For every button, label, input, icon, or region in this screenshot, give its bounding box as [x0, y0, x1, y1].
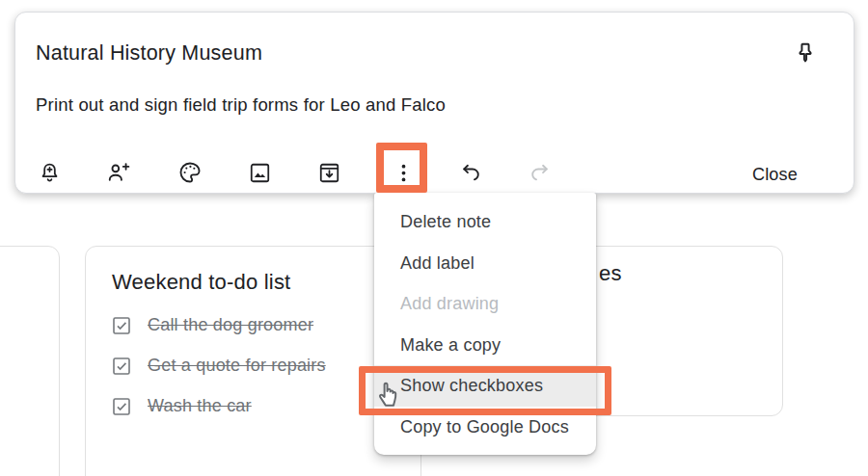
- image-icon: [248, 161, 272, 185]
- bell-plus-icon: [38, 161, 62, 185]
- palette-icon: [177, 160, 203, 185]
- partial-note-card-left[interactable]: [0, 246, 60, 476]
- reminder-button[interactable]: [28, 151, 70, 194]
- checklist-item-label: Wash the car: [148, 396, 252, 416]
- checked-checkbox-icon[interactable]: [112, 397, 131, 416]
- menu-item-add-label[interactable]: Add label: [374, 243, 596, 284]
- checklist-item: Get a quote for repairs: [112, 356, 394, 376]
- card-title: Weekend to-do list: [112, 270, 394, 295]
- checklist-item: Call the dog groomer: [112, 315, 394, 335]
- redo-icon: [528, 161, 552, 185]
- weekend-todo-card[interactable]: Weekend to-do list Call the dog groomer …: [85, 246, 421, 476]
- close-button[interactable]: Close: [737, 157, 813, 193]
- menu-item-show-checkboxes[interactable]: Show checkboxes: [374, 365, 596, 407]
- add-collaborator-button[interactable]: [96, 151, 139, 194]
- archive-icon: [317, 161, 341, 185]
- note-edit-modal: Natural History Museum Print out and sig…: [14, 12, 854, 194]
- three-dots-vertical-icon: [392, 161, 416, 185]
- undo-button[interactable]: [449, 151, 492, 194]
- menu-item-make-a-copy[interactable]: Make a copy: [374, 325, 596, 366]
- note-title[interactable]: Natural History Museum: [36, 41, 262, 66]
- menu-item-copy-to-google-docs[interactable]: Copy to Google Docs: [374, 407, 596, 448]
- note-body-text[interactable]: Print out and sign field trip forms for …: [36, 94, 446, 116]
- card-title-fragment: es: [599, 261, 622, 286]
- checked-checkbox-icon[interactable]: [112, 357, 131, 376]
- background-options-button[interactable]: [169, 151, 211, 194]
- undo-icon: [459, 161, 483, 185]
- menu-item-add-drawing: Add drawing: [374, 283, 596, 325]
- add-image-button[interactable]: [238, 151, 281, 194]
- archive-button[interactable]: [308, 151, 350, 194]
- menu-item-delete-note[interactable]: Delete note: [374, 201, 596, 243]
- checklist-item-label: Call the dog groomer: [148, 315, 313, 335]
- checklist-item-label: Get a quote for repairs: [148, 356, 326, 376]
- pin-button[interactable]: [786, 34, 825, 72]
- person-plus-icon: [105, 160, 130, 185]
- pin-icon: [793, 40, 818, 66]
- checked-checkbox-icon[interactable]: [112, 316, 131, 335]
- more-options-menu: Delete note Add label Add drawing Make a…: [374, 193, 596, 455]
- checklist-item: Wash the car: [112, 396, 394, 416]
- redo-button[interactable]: [518, 151, 560, 194]
- more-options-button[interactable]: [382, 151, 424, 194]
